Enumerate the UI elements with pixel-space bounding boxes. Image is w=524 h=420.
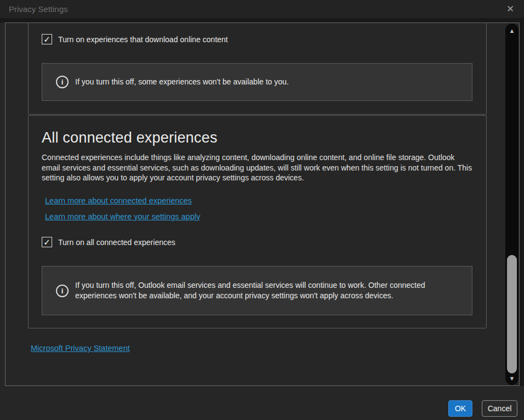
checkbox-row-all-connected[interactable]: ✓ Turn on all connected experiences	[42, 237, 176, 247]
info-icon: i	[56, 76, 69, 88]
titlebar-divider	[0, 18, 524, 22]
scrollbar-thumb[interactable]	[507, 255, 517, 373]
info-text-all-connected: If you turn this off, Outlook email serv…	[75, 280, 466, 301]
settings-scroll-area: ✓ Turn on experiences that download onli…	[5, 22, 520, 386]
info-box-download-content: i If you turn this off, some experiences…	[42, 63, 472, 101]
learn-more-settings-apply-link[interactable]: Learn more about where your settings app…	[45, 212, 200, 221]
learn-more-connected-experiences-link[interactable]: Learn more about connected experiences	[45, 196, 192, 205]
all-connected-checkbox[interactable]: ✓	[42, 237, 52, 247]
info-box-all-connected: i If you turn this off, Outlook email se…	[42, 266, 472, 315]
ok-button[interactable]: OK	[448, 400, 472, 417]
checkbox-row-download-content[interactable]: ✓ Turn on experiences that download onli…	[42, 34, 228, 44]
scroll-down-icon[interactable]: ▼	[505, 375, 519, 382]
info-text-download-content: If you turn this off, some experiences w…	[75, 77, 289, 87]
cancel-button[interactable]: Cancel	[482, 400, 517, 417]
vertical-scrollbar[interactable]: ▲ ▼	[505, 24, 519, 385]
window-title: Privacy Settings	[9, 0, 68, 18]
microsoft-privacy-statement-link[interactable]: Microsoft Privacy Statement	[31, 344, 130, 353]
privacy-settings-dialog: Privacy Settings ✕ ✓ Turn on experiences…	[0, 0, 524, 420]
all-connected-checkbox-label: Turn on all connected experiences	[58, 238, 176, 247]
check-icon: ✓	[43, 35, 50, 43]
connected-experiences-description: Connected experiences include things lik…	[42, 152, 474, 183]
download-content-checkbox-label: Turn on experiences that download online…	[58, 35, 228, 44]
check-icon: ✓	[43, 238, 50, 246]
scroll-up-icon[interactable]: ▲	[505, 27, 519, 34]
close-icon[interactable]: ✕	[500, 1, 521, 17]
window-edge	[520, 22, 524, 386]
info-icon: i	[56, 285, 69, 297]
title-bar: Privacy Settings ✕	[0, 0, 524, 18]
connected-experiences-heading: All connected experiences	[42, 129, 217, 146]
download-content-checkbox[interactable]: ✓	[42, 34, 52, 44]
